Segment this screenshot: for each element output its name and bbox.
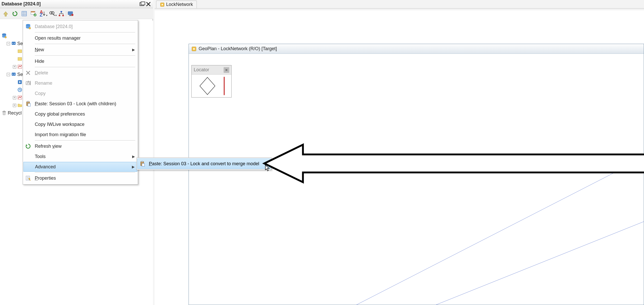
context-subitem-paste-convert[interactable]: Paste: Session 03 - Lock and convert to … bbox=[137, 159, 271, 169]
tab-label: LockNetwork bbox=[166, 2, 193, 7]
session-icon bbox=[11, 41, 16, 46]
svg-rect-42 bbox=[4, 111, 4, 111]
paste-icon bbox=[139, 160, 146, 167]
context-item-label: Rename bbox=[35, 81, 135, 86]
dropdown-caret-icon[interactable]: ▾ bbox=[55, 14, 57, 17]
context-item-copy-global[interactable]: Copy global preferences bbox=[23, 109, 137, 119]
geoplan-title: GeoPlan - LockNetwork (R/O) [Target] bbox=[199, 46, 277, 51]
geoplan-client[interactable]: Locator bbox=[191, 56, 644, 305]
database-panel-header: Database [2024.0] bbox=[0, 0, 153, 8]
context-item-label: Copy bbox=[35, 91, 135, 96]
context-item-label: Paste: Session 03 - Lock and convert to … bbox=[149, 161, 268, 167]
context-item-label: Delete bbox=[35, 70, 135, 76]
context-item-import-migration[interactable]: Import from migration file bbox=[23, 129, 137, 140]
geoplan-icon bbox=[191, 46, 197, 51]
svg-rect-4 bbox=[22, 11, 27, 16]
context-item-rename: A| Rename bbox=[23, 78, 137, 88]
context-item-refresh-view[interactable]: Refresh view bbox=[23, 141, 137, 151]
context-item-advanced[interactable]: Advanced ▶ bbox=[23, 162, 137, 172]
svg-point-54 bbox=[29, 27, 31, 29]
svg-point-28 bbox=[12, 43, 13, 44]
svg-point-34 bbox=[12, 74, 13, 75]
context-item-paste[interactable]: Paste: Session 03 - Lock (with children) bbox=[23, 99, 137, 109]
context-menu-header: Database [2024.0] bbox=[23, 21, 137, 32]
tree-item-f1[interactable]: + F bbox=[0, 101, 26, 109]
svg-point-15 bbox=[52, 12, 54, 14]
refresh-icon[interactable] bbox=[12, 11, 18, 17]
session-icon bbox=[11, 72, 16, 77]
collapse-toggle-icon[interactable]: − bbox=[7, 73, 10, 76]
context-item-copy-iwlive[interactable]: Copy IWLive workspace bbox=[23, 119, 137, 129]
svg-rect-27 bbox=[12, 42, 16, 45]
dropdown-caret-icon[interactable]: ▾ bbox=[46, 14, 47, 17]
run-icon bbox=[17, 80, 22, 85]
svg-point-44 bbox=[162, 4, 163, 5]
layer-icon bbox=[17, 49, 22, 54]
context-item-label: New bbox=[35, 47, 129, 53]
svg-rect-17 bbox=[61, 11, 62, 12]
tree-recycle-bin[interactable]: Recycl bbox=[0, 109, 22, 117]
collapse-toggle-icon[interactable]: − bbox=[7, 42, 10, 45]
context-item-label: Open results manager bbox=[35, 36, 135, 41]
context-menu-separator bbox=[35, 44, 135, 44]
svg-point-26 bbox=[5, 37, 7, 38]
context-item-tools[interactable]: Tools ▶ bbox=[23, 151, 137, 162]
trash-icon bbox=[2, 110, 7, 116]
submenu-arrow-icon: ▶ bbox=[132, 165, 135, 169]
svg-rect-18 bbox=[59, 15, 60, 16]
svg-rect-19 bbox=[62, 15, 64, 16]
find-icon[interactable]: ▾ bbox=[49, 11, 55, 17]
context-item-label: Advanced bbox=[35, 164, 129, 170]
svg-point-46 bbox=[193, 48, 195, 50]
context-item-label: Properties bbox=[35, 176, 135, 181]
svg-rect-61 bbox=[28, 103, 30, 106]
tab-divider bbox=[155, 8, 644, 8]
context-menu-separator bbox=[35, 67, 135, 67]
svg-point-11 bbox=[34, 14, 36, 16]
context-menu-separator bbox=[35, 32, 135, 32]
hierarchy-icon[interactable] bbox=[58, 11, 64, 17]
context-menu-separator bbox=[35, 140, 135, 141]
restore-window-icon[interactable] bbox=[139, 2, 145, 7]
svg-point-35 bbox=[14, 74, 15, 75]
svg-rect-1 bbox=[141, 2, 145, 5]
context-item-open-results[interactable]: Open results manager bbox=[23, 33, 137, 43]
context-menu-header-label: Database [2024.0] bbox=[35, 24, 135, 29]
context-item-label: Refresh view bbox=[35, 144, 135, 149]
refresh-icon bbox=[24, 143, 32, 150]
monitor-icon[interactable] bbox=[67, 11, 74, 17]
close-panel-icon[interactable] bbox=[145, 2, 151, 7]
svg-text:A|: A| bbox=[27, 80, 31, 85]
context-item-hide[interactable]: Hide bbox=[23, 56, 137, 66]
svg-point-29 bbox=[14, 43, 15, 44]
svg-text:Z: Z bbox=[40, 12, 43, 18]
database-toolbar: AZ ▾ ▾ bbox=[0, 8, 153, 19]
database-icon bbox=[24, 23, 32, 30]
properties-icon bbox=[24, 175, 32, 182]
tree-item-l1[interactable]: L bbox=[0, 47, 26, 55]
delete-icon bbox=[24, 69, 32, 76]
svg-rect-33 bbox=[12, 73, 16, 76]
context-menu[interactable]: Database [2024.0] Open results manager N… bbox=[23, 20, 138, 185]
sort-az-icon[interactable]: AZ ▾ bbox=[40, 11, 46, 17]
up-arrow-icon[interactable] bbox=[3, 11, 9, 17]
network-lines bbox=[191, 56, 644, 305]
context-submenu-advanced[interactable]: Paste: Session 03 - Lock and convert to … bbox=[137, 158, 272, 170]
context-item-label: Hide bbox=[35, 59, 135, 64]
tree-item-l2[interactable]: L bbox=[0, 55, 26, 63]
tab-locknetwork[interactable]: LockNetwork bbox=[156, 1, 197, 8]
expand-toggle-icon[interactable]: + bbox=[13, 65, 16, 68]
rename-icon: A| bbox=[24, 80, 32, 87]
context-item-new[interactable]: New ▶ bbox=[23, 45, 137, 55]
layer-icon bbox=[17, 56, 22, 62]
grid-settings-icon[interactable] bbox=[21, 11, 27, 17]
context-item-properties[interactable]: Properties bbox=[23, 173, 137, 183]
expand-toggle-icon[interactable]: + bbox=[13, 96, 16, 99]
context-item-label: Import from migration file bbox=[35, 132, 135, 137]
paste-icon bbox=[24, 100, 32, 107]
context-item-copy: Copy bbox=[23, 88, 137, 99]
filter-icon[interactable] bbox=[30, 11, 37, 17]
expand-toggle-icon[interactable]: + bbox=[13, 104, 16, 107]
database-panel-title: Database [2024.0] bbox=[2, 1, 139, 7]
geoplan-titlebar[interactable]: GeoPlan - LockNetwork (R/O) [Target] bbox=[189, 44, 644, 54]
